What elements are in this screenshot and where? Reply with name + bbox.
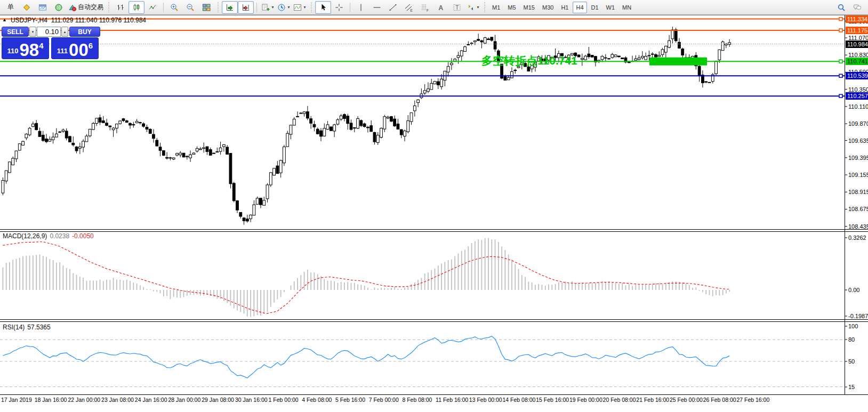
timeframe-M30[interactable]: M30 bbox=[539, 2, 557, 13]
price-tick-label: 108.915 bbox=[848, 189, 868, 195]
time-axis-label: 30 Jan 16:00 bbox=[235, 397, 268, 403]
horizontal-level-lines[interactable] bbox=[0, 18, 845, 98]
rsi-tick-label: 100 bbox=[848, 323, 858, 329]
volume-increase-button[interactable]: ▲ bbox=[61, 27, 68, 37]
one-click-trading-panel: SELL ▼ ▲ BUY 110 98 4 111 00 6 bbox=[2, 27, 100, 60]
vertical-line-button[interactable] bbox=[353, 1, 369, 14]
chart-shift-button[interactable] bbox=[238, 1, 254, 14]
toolbar-right bbox=[833, 1, 865, 14]
time-axis-label: 23 Jan 08:00 bbox=[101, 397, 134, 403]
level-line-handle[interactable] bbox=[839, 94, 842, 98]
sell-price-display[interactable]: 110 98 4 bbox=[2, 37, 49, 59]
chart-window-button[interactable] bbox=[35, 1, 51, 14]
arrows-button[interactable]: ▾ bbox=[465, 1, 481, 14]
macd-signal-value: -0.0050 bbox=[72, 232, 94, 240]
zoom-out-button[interactable] bbox=[182, 1, 198, 14]
volume-input[interactable] bbox=[37, 27, 61, 37]
time-axis-label: 17 Jan 2019 bbox=[1, 397, 32, 403]
timeframe-MN[interactable]: MN bbox=[619, 2, 634, 13]
horizontal-line-button[interactable] bbox=[369, 1, 385, 14]
macd-pane bbox=[3, 238, 729, 317]
price-tick-label: 109.395 bbox=[848, 155, 868, 161]
new-chart-icon bbox=[261, 3, 270, 12]
fibonacci-button[interactable]: F bbox=[417, 1, 433, 14]
toolbar: 单自动交易▾▾▾EFAT▾M1M5M15M30H1H4D1W1MN bbox=[0, 0, 868, 15]
buy-price-display[interactable]: 111 00 6 bbox=[51, 37, 99, 59]
chart-title: ▲ USDJPY-,H4 111.029 111.040 110.976 110… bbox=[2, 17, 146, 24]
chart-canvas[interactable] bbox=[0, 0, 868, 412]
sell-button[interactable]: SELL bbox=[2, 27, 29, 37]
auto-scroll-button[interactable] bbox=[222, 1, 238, 14]
zoom-in-button[interactable] bbox=[166, 1, 182, 14]
level-line-handle[interactable] bbox=[839, 60, 842, 63]
time-axis-label: 11 Feb 16:00 bbox=[436, 397, 468, 403]
timeframe-H4[interactable]: H4 bbox=[573, 2, 586, 13]
volume-decrease-button[interactable]: ▼ bbox=[29, 27, 36, 37]
price-badge-level: 111.334 bbox=[846, 15, 868, 23]
timeframe-H1[interactable]: H1 bbox=[558, 2, 572, 13]
chart-window-icon: ▲ bbox=[2, 17, 7, 24]
signals-button[interactable] bbox=[51, 1, 67, 14]
rsi-pane bbox=[0, 336, 845, 387]
svg-text:T: T bbox=[455, 5, 459, 11]
timeframe-W1[interactable]: W1 bbox=[603, 2, 618, 13]
history-center-button[interactable] bbox=[19, 1, 35, 14]
triangle-down-icon: ▼ bbox=[31, 30, 35, 34]
crosshair-button[interactable] bbox=[331, 1, 347, 14]
chart-window-icon bbox=[38, 3, 47, 12]
level-line-handle[interactable] bbox=[839, 18, 842, 21]
history-center-icon bbox=[22, 3, 31, 12]
profiles-button[interactable]: ▾ bbox=[276, 1, 292, 14]
candlestick-chart-button[interactable] bbox=[128, 1, 144, 14]
new-chart-button[interactable]: ▾ bbox=[260, 1, 276, 14]
time-axis-label: 4 Feb 08:00 bbox=[302, 397, 332, 403]
cursor-icon bbox=[319, 3, 327, 12]
search-button[interactable] bbox=[833, 1, 849, 14]
bar-chart-icon bbox=[116, 3, 125, 12]
tile-windows-icon bbox=[202, 3, 211, 12]
text-label-icon: T bbox=[453, 3, 461, 12]
time-axis-label: 1 Feb 00:00 bbox=[269, 397, 299, 403]
timeframe-M1[interactable]: M1 bbox=[489, 2, 503, 13]
macd-indicator-label: MACD(12,26,9)0.0238-0.0050 bbox=[3, 232, 94, 240]
time-axis-label: 27 Feb 16:00 bbox=[736, 397, 769, 403]
time-axis-label: 29 Jan 08:00 bbox=[202, 397, 234, 403]
tile-windows-button[interactable] bbox=[198, 1, 214, 14]
chart-shift-icon bbox=[242, 3, 250, 12]
trendline-button[interactable] bbox=[385, 1, 401, 14]
bar-chart-button[interactable] bbox=[112, 1, 128, 14]
macd-tick-label: -0.1987 bbox=[848, 313, 868, 319]
pivot-highlight-rect bbox=[649, 58, 707, 66]
auto-scroll-icon bbox=[226, 3, 234, 12]
indicators-button[interactable]: ▾ bbox=[292, 1, 308, 14]
toolbar-grip bbox=[484, 2, 486, 13]
equidistant-channel-button[interactable]: E bbox=[401, 1, 417, 14]
new-order-button-label: 单 bbox=[7, 3, 14, 12]
level-line-handle[interactable] bbox=[839, 29, 842, 32]
time-axis-label: 13 Feb 00:00 bbox=[469, 397, 502, 403]
time-axis-label: 21 Feb 16:00 bbox=[636, 397, 669, 403]
level-line-handle[interactable] bbox=[839, 74, 842, 77]
buy-price-main: 00 bbox=[69, 43, 89, 57]
timeframe-M15[interactable]: M15 bbox=[520, 2, 538, 13]
line-chart-button[interactable] bbox=[144, 1, 160, 14]
new-order-button[interactable]: 单 bbox=[3, 1, 19, 14]
time-axis-label: 14 Feb 08:00 bbox=[503, 397, 536, 403]
buy-price-prefix: 111 bbox=[57, 47, 68, 55]
toolbar-separator bbox=[350, 3, 350, 12]
chevron-down-icon: ▾ bbox=[477, 5, 479, 10]
cursor-button[interactable] bbox=[315, 1, 331, 14]
toolbar-grip bbox=[310, 2, 312, 13]
rsi-value: 57.5365 bbox=[27, 324, 50, 331]
timeframe-M5[interactable]: M5 bbox=[504, 2, 519, 13]
timeframe-D1[interactable]: D1 bbox=[588, 2, 602, 13]
autotrade-button[interactable]: 自动交易 bbox=[67, 1, 105, 14]
chat-button[interactable] bbox=[849, 1, 865, 14]
mt4-terminal: 单自动交易▾▾▾EFAT▾M1M5M15M30H1H4D1W1MN ▲ USDJ… bbox=[0, 0, 868, 412]
text-button[interactable]: A bbox=[433, 1, 449, 14]
line-chart-icon bbox=[148, 3, 157, 12]
time-axis-label: 20 Feb 08:00 bbox=[603, 397, 636, 403]
buy-button[interactable]: BUY bbox=[69, 27, 100, 37]
toolbar-grip bbox=[217, 2, 219, 13]
text-label-button[interactable]: T bbox=[449, 1, 465, 14]
